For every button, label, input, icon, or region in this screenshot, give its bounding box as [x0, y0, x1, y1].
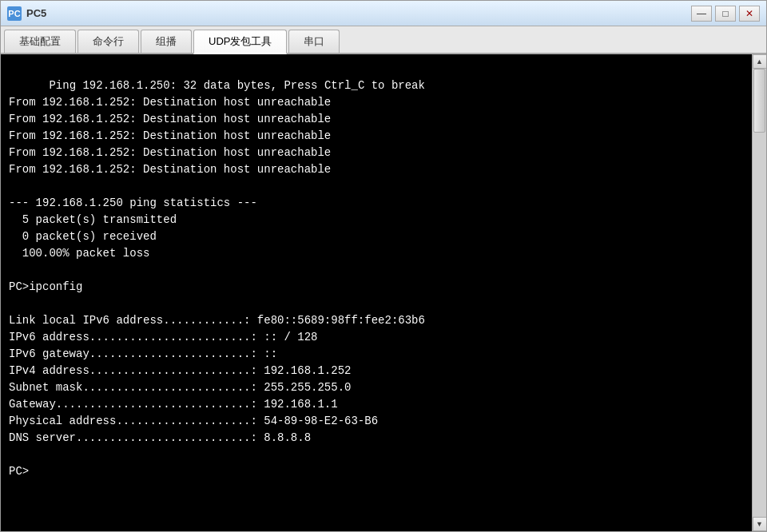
- main-window: PC PC5 — □ ✕ 基础配置 命令行 组播 UDP发包工具: [0, 0, 767, 532]
- scroll-thumb[interactable]: [753, 69, 765, 133]
- tab-basic-config[interactable]: 基础配置: [4, 30, 76, 53]
- title-bar: PC PC5 — □ ✕: [1, 1, 766, 26]
- title-bar-controls: — □ ✕: [691, 6, 760, 22]
- terminal-output[interactable]: Ping 192.168.1.250: 32 data bytes, Press…: [1, 54, 752, 531]
- scroll-down-button[interactable]: ▼: [753, 517, 767, 531]
- scrollbar: ▲ ▼: [752, 54, 766, 531]
- minimize-button[interactable]: —: [691, 6, 712, 22]
- window-title: PC5: [26, 7, 46, 19]
- tab-multicast[interactable]: 组播: [141, 30, 192, 53]
- title-bar-left: PC PC5: [7, 6, 46, 21]
- maximize-button[interactable]: □: [715, 6, 736, 22]
- tab-command-line[interactable]: 命令行: [77, 30, 139, 53]
- tab-serial[interactable]: 串口: [288, 30, 340, 53]
- close-button[interactable]: ✕: [739, 6, 760, 22]
- scroll-track[interactable]: [753, 69, 766, 517]
- tab-udp-tool[interactable]: UDP发包工具: [193, 30, 287, 54]
- tab-bar: 基础配置 命令行 组播 UDP发包工具 串口: [1, 26, 766, 54]
- scroll-up-button[interactable]: ▲: [753, 54, 767, 69]
- main-content: Ping 192.168.1.250: 32 data bytes, Press…: [1, 54, 766, 531]
- window-icon: PC: [7, 6, 22, 21]
